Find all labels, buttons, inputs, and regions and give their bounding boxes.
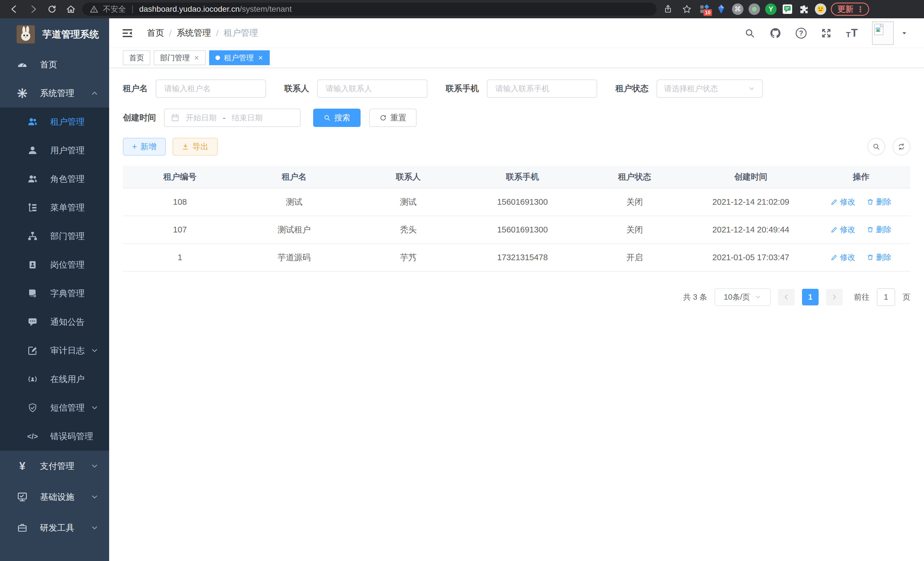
phone-input[interactable] [487,80,597,98]
sidebar-item-notice[interactable]: 通知公告 [0,308,109,336]
show-search-button[interactable] [867,138,885,156]
extension-kite-icon[interactable] [715,3,728,15]
top-navbar: 首页 / 系统管理 / 租户管理 ? T [109,18,924,48]
back-icon[interactable] [7,2,22,17]
avatar-caret-icon[interactable] [901,29,908,37]
refresh-table-button[interactable] [892,138,910,156]
tab-home[interactable]: 首页 [123,50,150,65]
app-logo[interactable]: 芋道管理系统 [0,18,109,50]
contact-input[interactable] [317,80,428,98]
col-tenant-id: 租户编号 [123,166,237,188]
sidebar-item-dept[interactable]: 部门管理 [0,222,109,250]
trash-icon [867,199,874,205]
edit-button[interactable]: 修改 [831,197,855,207]
sidebar-item-pay[interactable]: ¥ 支付管理 [0,451,109,481]
export-button[interactable]: 导出 [172,138,218,156]
delete-button[interactable]: 删除 [867,252,891,262]
breadcrumb: 首页 / 系统管理 / 租户管理 [147,27,258,39]
status-select[interactable]: 请选择租户状态 [657,80,763,98]
github-icon[interactable] [770,27,782,39]
tab-tenant[interactable]: 租户管理 [209,50,270,65]
add-button[interactable]: + 新增 [123,138,166,156]
close-icon[interactable] [194,55,200,61]
browser-toolbar: 不安全 dashboard.yudao.iocoder.cn/system/te… [0,0,924,18]
goto-page-input[interactable] [877,288,895,306]
sidebar-item-label: 系统管理 [40,87,74,99]
help-icon[interactable]: ? [796,28,807,39]
extension-cmd-icon[interactable]: ⌘ [731,3,744,15]
edit-log-icon [27,345,38,356]
chevron-down-icon [90,462,99,470]
sidebar-item-tenant[interactable]: 租户管理 [0,108,109,136]
tenant-name-input[interactable] [156,80,266,98]
system-submenu: 租户管理 用户管理 角色管理 菜单管理 [0,108,109,451]
reload-icon[interactable] [45,2,59,17]
sidebar-item-audit[interactable]: 审计日志 [0,336,109,365]
url-bar[interactable]: 不安全 dashboard.yudao.iocoder.cn/system/te… [82,3,657,16]
browser-menu-icon[interactable]: ⋮ [856,5,864,14]
next-page-button[interactable] [826,289,843,305]
warning-icon [90,5,98,14]
sidebar-item-online[interactable]: 在线用户 [0,365,109,393]
url-divider [132,5,133,13]
sidebar-item-devtools[interactable]: 研发工具 [0,512,109,543]
share-icon[interactable] [661,2,675,17]
edit-button[interactable]: 修改 [831,252,855,262]
user-icon [27,145,38,156]
delete-button[interactable]: 删除 [867,197,891,207]
sidebar-item-infra[interactable]: 基础设施 [0,481,109,512]
chevron-up-icon [90,89,99,98]
cell-phone: 15601691300 [465,188,580,216]
cell-contact: 秃头 [351,216,465,244]
sidebar-item-role[interactable]: 角色管理 [0,165,109,193]
extension-grid-icon[interactable]: 10 [698,3,711,15]
cell-name: 测试租户 [237,216,351,244]
edit-button[interactable]: 修改 [831,224,855,235]
fullscreen-icon[interactable] [821,28,832,39]
prev-page-button[interactable] [778,289,795,305]
cell-phone: 17321315478 [465,244,580,271]
collapse-sidebar-icon[interactable] [122,27,133,39]
extensions-puzzle-icon[interactable] [798,3,810,15]
sidebar-item-sms[interactable]: 短信管理 [0,393,109,422]
user-avatar[interactable] [872,21,894,45]
sidebar-item-errcode[interactable]: </> 错误码管理 [0,422,109,451]
tab-dept[interactable]: 部门管理 [154,50,206,65]
profile-avatar-icon[interactable] [814,3,827,15]
sidebar-item-label: 支付管理 [40,460,74,472]
cell-name: 测试 [237,188,351,216]
extension-y-icon[interactable]: Y [765,3,777,15]
y-glyph: Y [769,5,773,13]
contact-label: 联系人 [284,83,309,94]
trash-icon [867,254,874,261]
chevron-down-icon [748,85,755,92]
breadcrumb-home[interactable]: 首页 [147,27,164,39]
sidebar-item-menu[interactable]: 菜单管理 [0,193,109,222]
sidebar-item-user[interactable]: 用户管理 [0,136,109,165]
page-number-button[interactable]: 1 [802,289,819,305]
home-icon[interactable] [63,2,78,17]
extension-chat-icon[interactable] [781,3,794,15]
sidebar-item-post[interactable]: 岗位管理 [0,250,109,279]
search-button[interactable]: 搜索 [313,109,361,127]
forward-icon[interactable] [26,2,40,17]
sidebar-item-dict[interactable]: 字典管理 [0,279,109,308]
chevron-down-icon [90,493,99,501]
sidebar-item-label: 通知公告 [50,316,85,328]
breadcrumb-system[interactable]: 系统管理 [177,27,211,39]
page-size-select[interactable]: 10条/页 [715,288,771,306]
browser-update-button[interactable]: 更新 ⋮ [831,3,869,16]
font-size-icon[interactable]: TT [846,27,858,39]
users-icon [27,174,38,184]
extension-record-icon[interactable] [748,3,760,15]
search-icon[interactable] [744,28,755,39]
close-icon[interactable] [258,55,263,61]
date-range-picker[interactable]: 开始日期 - 结束日期 [164,109,301,127]
cell-status: 关闭 [579,216,690,244]
delete-button[interactable]: 删除 [867,224,891,235]
reset-button[interactable]: 重置 [369,109,417,127]
col-actions: 操作 [812,166,910,188]
bookmark-star-icon[interactable] [680,2,694,17]
sidebar-item-home[interactable]: 首页 [0,50,109,79]
sidebar-item-system[interactable]: 系统管理 [0,79,109,108]
